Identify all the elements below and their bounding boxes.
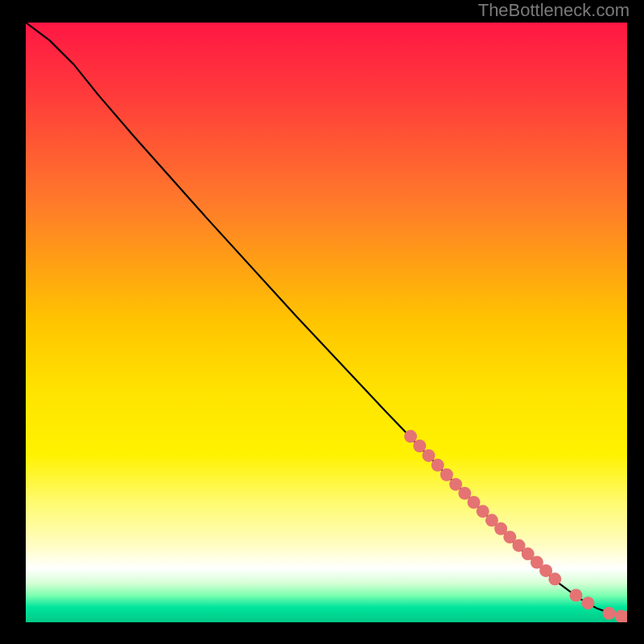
highlight-dot	[548, 572, 561, 585]
highlight-dot	[440, 469, 453, 481]
highlight-dot	[603, 607, 616, 620]
highlight-dot	[570, 588, 583, 601]
highlight-dot	[404, 430, 417, 443]
main-curve	[26, 23, 627, 617]
highlight-dots-group	[404, 430, 627, 622]
chart-overlay	[26, 23, 627, 622]
highlight-dot	[431, 459, 444, 472]
highlight-dot	[413, 440, 426, 452]
highlight-dot	[422, 449, 435, 462]
watermark-text: TheBottleneck.com	[478, 0, 630, 21]
highlight-dot	[581, 597, 594, 609]
